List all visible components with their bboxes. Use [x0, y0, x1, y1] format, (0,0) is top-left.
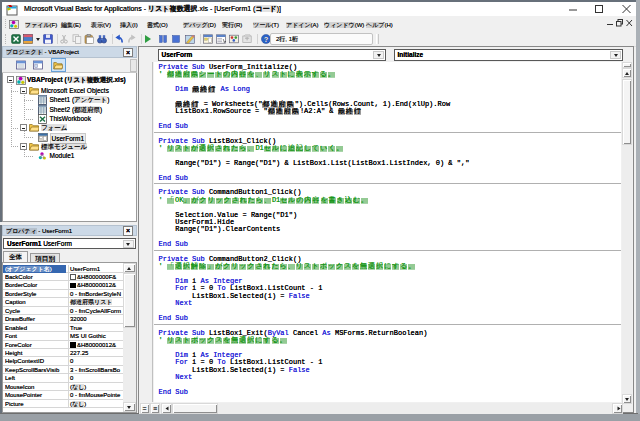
svg-text:?: ? [263, 35, 268, 44]
